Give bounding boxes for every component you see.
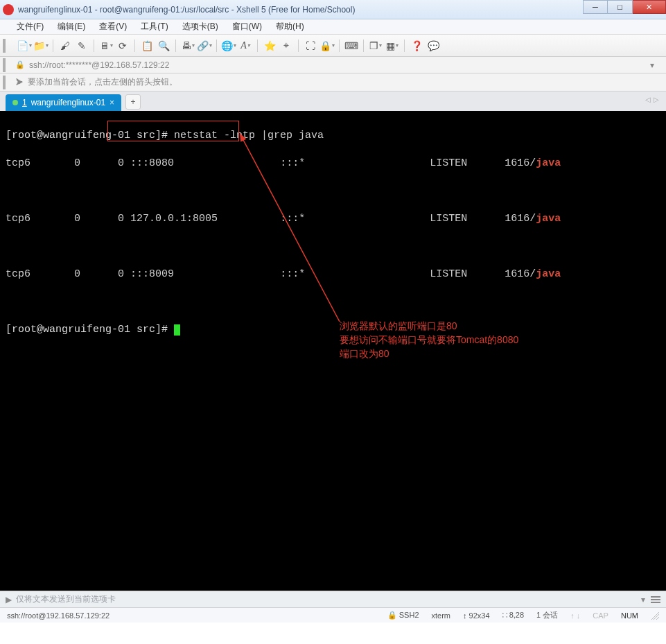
status-size: ↕ 92x34	[463, 611, 490, 620]
status-caps: CAP	[593, 611, 608, 620]
address-input[interactable]: ssh://root:********@192.168.57.129:22	[29, 60, 647, 70]
tab-add-button[interactable]: +	[125, 94, 141, 110]
toolbar-grip[interactable]	[3, 39, 6, 53]
resize-grip[interactable]	[651, 611, 659, 620]
compass-button[interactable]: ⌖	[279, 38, 294, 53]
status-arrows: ↑ ↓	[570, 611, 580, 620]
close-button[interactable]: ✕	[633, 0, 666, 14]
minimize-button[interactable]: ─	[583, 0, 608, 14]
terminal-line: [root@wangruifeng-01 src]# netstat -lntp…	[6, 129, 660, 143]
menu-help[interactable]: 帮助(H)	[270, 19, 310, 34]
menu-edit[interactable]: 编辑(E)	[52, 19, 91, 34]
app-icon	[3, 4, 14, 15]
tip-bar: ⮞ 要添加当前会话，点击左侧的箭头按钮。	[0, 73, 666, 92]
tool-bar: 📄 📁 🖌 ✎ 🖥 ⟳ 📋 🔍 🖶 🔗 🌐 A ⭐ ⌖ ⛶ 🔒 ⌨ ❐ ▦ ❓ …	[0, 35, 666, 57]
tab-bar: 1 wangruifenglinux-01 × + ◁ ▷	[0, 92, 666, 111]
window-title: wangruifenglinux-01 - root@wangruifeng-0…	[18, 5, 355, 15]
find-button[interactable]: 🔍	[156, 38, 171, 53]
grid-button[interactable]: ▦	[385, 38, 400, 53]
globe-button[interactable]: 🌐	[221, 38, 236, 53]
title-bar: wangruifenglinux-01 - root@wangruifeng-0…	[0, 0, 666, 19]
keyboard-button[interactable]: ⌨	[344, 38, 359, 53]
terminal-line: tcp6 0 0 127.0.0.1:8005 :::* LISTEN 1616…	[6, 212, 660, 226]
print-button[interactable]: 🖶	[180, 38, 195, 53]
menu-window[interactable]: 窗口(W)	[227, 19, 268, 34]
window-button[interactable]: ❐	[368, 38, 383, 53]
maximize-button[interactable]: □	[608, 0, 633, 14]
menu-tools[interactable]: 工具(T)	[135, 19, 173, 34]
font-button[interactable]: A	[238, 38, 253, 53]
help-button[interactable]: ❓	[409, 38, 424, 53]
command-input-placeholder: 仅将文本发送到当前选项卡	[16, 593, 116, 605]
tip-text: 要添加当前会话，点击左侧的箭头按钮。	[28, 76, 177, 88]
highlight-button[interactable]: 🖌	[58, 38, 73, 53]
lock-icon: 🔒	[15, 60, 25, 69]
address-dropdown[interactable]: ▾	[647, 60, 658, 70]
input-menu-icon[interactable]	[651, 596, 660, 603]
new-session-button[interactable]: 📄	[17, 38, 32, 53]
window-controls: ─ □ ✕	[583, 0, 666, 14]
status-ssh: 🔒 SSH2	[387, 611, 419, 620]
tab-status-icon	[12, 100, 18, 105]
tab-close-button[interactable]: ×	[109, 98, 114, 107]
menu-tabs[interactable]: 选项卡(B)	[177, 19, 224, 34]
cursor	[174, 324, 180, 336]
tab-index: 1	[22, 98, 27, 107]
addressbar-grip[interactable]	[3, 58, 6, 72]
annotation-text: 浏览器默认的监听端口是80 要想访问不输端口号就要将Tomcat的8080 端口…	[340, 319, 518, 360]
fullscreen-button[interactable]: ⛶	[303, 38, 318, 53]
send-icon: ▶	[6, 595, 12, 604]
tab-active[interactable]: 1 wangruifenglinux-01 ×	[6, 94, 121, 111]
menu-bar: 文件(F) 编辑(E) 查看(V) 工具(T) 选项卡(B) 窗口(W) 帮助(…	[0, 19, 666, 35]
status-bar: ssh://root@192.168.57.129:22 🔒 SSH2 xter…	[0, 607, 666, 623]
command-input-bar[interactable]: ▶ 仅将文本发送到当前选项卡 ▾	[0, 591, 666, 607]
input-dropdown[interactable]: ▾	[641, 595, 645, 604]
chat-button[interactable]: 💬	[426, 38, 441, 53]
link-button[interactable]: 🔗	[197, 38, 212, 53]
screen-button[interactable]: 🖥	[98, 38, 114, 53]
tab-label: wangruifenglinux-01	[31, 98, 105, 107]
terminal-line: tcp6 0 0 :::8080 :::* LISTEN 1616/java	[6, 157, 660, 171]
status-pos: ⸬ 8,28	[502, 611, 524, 620]
annotation-box	[107, 121, 239, 141]
tipbar-grip[interactable]	[3, 76, 6, 89]
status-term: xterm	[432, 611, 451, 620]
tab-next-button[interactable]: ▷	[654, 96, 659, 103]
tip-arrow-icon[interactable]: ⮞	[15, 78, 24, 87]
menu-file[interactable]: 文件(F)	[11, 19, 49, 34]
terminal-line: tcp6 0 0 :::8009 :::* LISTEN 1616/java	[6, 268, 660, 281]
edit-button[interactable]: ✎	[74, 38, 89, 53]
address-bar: 🔒 ssh://root:********@192.168.57.129:22 …	[0, 57, 666, 73]
open-button[interactable]: 📁	[33, 38, 49, 53]
reconnect-button[interactable]: ⟳	[115, 38, 130, 53]
status-connection: ssh://root@192.168.57.129:22	[7, 611, 375, 620]
status-num: NUM	[621, 611, 638, 620]
terminal[interactable]: [root@wangruifeng-01 src]# netstat -lntp…	[0, 111, 666, 591]
copy-button[interactable]: 📋	[139, 38, 155, 53]
terminal-prompt: [root@wangruifeng-01 src]#	[6, 323, 660, 337]
tab-prev-button[interactable]: ◁	[645, 96, 651, 103]
annotation-arrow	[0, 111, 665, 589]
star-button[interactable]: ⭐	[262, 38, 277, 53]
lock-button[interactable]: 🔒	[319, 38, 335, 53]
menu-view[interactable]: 查看(V)	[94, 19, 132, 34]
status-sessions: 1 会话	[536, 610, 558, 620]
